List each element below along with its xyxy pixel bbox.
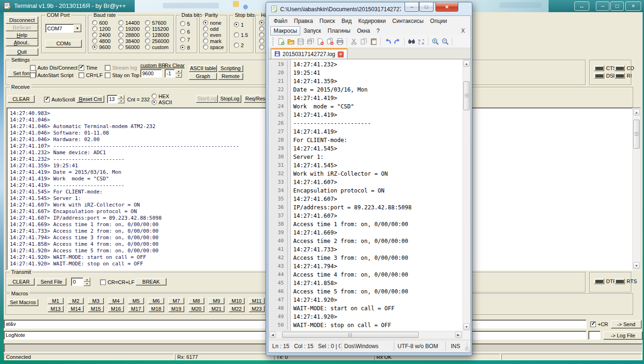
menu-settings[interactable]: Опции xyxy=(427,16,450,26)
receive-clear-button[interactable]: CLEAR xyxy=(7,95,35,103)
macro-button[interactable]: M14 xyxy=(68,306,84,312)
menu-close-doc-icon[interactable]: X xyxy=(461,28,465,34)
notepadpp-close-button[interactable]: × xyxy=(435,2,458,12)
counter-value[interactable]: 13 xyxy=(107,95,117,103)
macro-button[interactable]: M10 xyxy=(229,298,245,304)
macro-button[interactable]: M11 xyxy=(249,298,265,304)
macro-button[interactable]: M7 xyxy=(168,298,184,304)
ascii-radio[interactable]: ASCII xyxy=(152,100,172,105)
hex-radio[interactable]: HEX xyxy=(152,93,169,99)
terminal-minimize-button[interactable]: – xyxy=(596,1,609,11)
stop-bits-option[interactable]: 1 xyxy=(234,22,248,27)
break-button[interactable]: BREAK xyxy=(136,278,166,285)
logfile-small-input[interactable] xyxy=(588,331,601,340)
rx-clear-value[interactable]: -1 xyxy=(165,69,175,78)
tab-log-file[interactable]: 20150317142727.log × xyxy=(271,48,347,59)
baud-option[interactable]: 9600 xyxy=(92,44,110,50)
settings-checkbox[interactable]: CR=LF xyxy=(79,72,102,78)
save-icon[interactable] xyxy=(296,37,305,46)
com-port-select[interactable]: COM7 ▼ xyxy=(45,24,82,33)
editor-hscrollbar[interactable]: ◀ ▶ xyxy=(268,331,463,339)
macro-button[interactable]: M20 xyxy=(188,306,204,312)
menu-window[interactable]: Окна xyxy=(354,26,373,36)
custom-br-input[interactable]: 9600 xyxy=(140,69,162,78)
scroll-down-icon[interactable]: ▼ xyxy=(463,323,470,330)
chevron-down-icon[interactable]: ▼ xyxy=(73,24,81,32)
terminal-resize-button[interactable]: ↔ xyxy=(574,1,589,11)
baud-option[interactable]: 28800 xyxy=(118,32,140,37)
macro-button[interactable]: M1 xyxy=(48,298,64,304)
spin-up-icon[interactable]: ▲ xyxy=(175,69,182,73)
quit-button[interactable]: Quit xyxy=(6,48,38,56)
macro-button[interactable]: M8 xyxy=(188,298,204,304)
macro-button[interactable]: M6 xyxy=(148,298,164,304)
help-button[interactable]: Help xyxy=(6,31,38,39)
terminal-maximize-button[interactable]: □ xyxy=(610,1,624,11)
scrollbar-thumb[interactable] xyxy=(282,332,419,338)
parity-option[interactable]: none xyxy=(203,20,224,25)
scroll-right-icon[interactable]: ▶ xyxy=(455,332,462,338)
macro-button[interactable]: M15 xyxy=(88,306,104,312)
print-icon[interactable] xyxy=(335,37,344,46)
settings-checkbox[interactable]: Stream log xyxy=(105,65,139,70)
data-bits-option[interactable]: 8 xyxy=(180,45,190,50)
tab-close-icon[interactable]: × xyxy=(338,51,344,57)
notepadpp-minimize-button[interactable]: – xyxy=(405,2,419,12)
redo-icon[interactable] xyxy=(393,37,402,46)
menu-language[interactable]: Синтаксисы xyxy=(389,16,427,26)
macro-button[interactable]: M17 xyxy=(128,306,144,312)
parity-option[interactable]: odd xyxy=(203,26,224,31)
scroll-up-icon[interactable]: ▲ xyxy=(633,109,640,115)
terminal-close-button[interactable]: × xyxy=(625,1,641,11)
macro-button[interactable]: M19 xyxy=(168,306,184,312)
macro-button[interactable]: M3 xyxy=(88,298,104,304)
baud-option[interactable]: 600 xyxy=(92,20,110,25)
baud-option[interactable]: 256000 xyxy=(145,38,169,43)
spin-down-icon[interactable]: ▼ xyxy=(84,282,90,286)
menu-file[interactable]: Файл xyxy=(270,16,291,26)
find-icon[interactable] xyxy=(407,37,416,46)
macro-button[interactable]: M9 xyxy=(209,298,224,304)
macro-button[interactable]: M18 xyxy=(148,306,164,312)
macro-button[interactable]: M5 xyxy=(128,298,144,304)
rescan-button[interactable]: ReScan xyxy=(6,24,38,31)
scrollbar-thumb[interactable] xyxy=(633,120,640,149)
parity-option[interactable]: even xyxy=(203,32,224,37)
baud-option[interactable]: 4800 xyxy=(92,38,110,43)
editor[interactable]: 1914:27:41.232>2019:25:412114:27:41.359>… xyxy=(268,59,470,331)
baud-option[interactable]: 2400 xyxy=(92,32,110,37)
remote-button[interactable]: Remote xyxy=(218,73,243,80)
data-bits-option[interactable]: 7 xyxy=(180,37,190,42)
macro-button[interactable]: M2 xyxy=(68,298,84,304)
graph-button[interactable]: Graph xyxy=(189,73,217,80)
menu-run[interactable]: Запуск xyxy=(300,26,325,36)
baud-option[interactable]: 57600 xyxy=(145,20,169,25)
send-file-button[interactable]: Send File xyxy=(36,278,66,285)
data-bits-option[interactable]: 5 xyxy=(180,21,190,26)
scroll-down-icon[interactable]: ▼ xyxy=(633,262,640,269)
baud-option[interactable]: 1200 xyxy=(92,26,110,31)
reset-cnt-button[interactable]: Reset Cnt xyxy=(76,95,104,103)
send-button[interactable]: -> Send xyxy=(611,320,642,328)
plus-cr-checkbox[interactable]: +CR xyxy=(590,321,608,327)
menu-plugins[interactable]: Плагины xyxy=(325,26,354,36)
stoplog-button[interactable]: StopLog xyxy=(218,95,241,103)
baud-option[interactable]: 19200 xyxy=(118,26,140,31)
baud-option[interactable]: 56000 xyxy=(118,44,140,50)
data-bits-option[interactable]: 6 xyxy=(180,29,190,34)
stop-bits-option[interactable]: 1.5 xyxy=(234,32,248,37)
receive-scrollbar[interactable]: ▲ ▼ xyxy=(632,108,641,270)
menu-edit[interactable]: Правка xyxy=(291,16,317,26)
macro-button[interactable]: M4 xyxy=(108,298,124,304)
settings-checkbox[interactable]: Time xyxy=(79,65,102,70)
spin-down-icon[interactable]: ▼ xyxy=(118,99,124,103)
paste-icon[interactable] xyxy=(369,37,378,46)
spin-up-icon[interactable]: ▲ xyxy=(118,95,124,99)
baud-option[interactable]: 115200 xyxy=(145,26,169,31)
resize-grip[interactable] xyxy=(465,347,470,351)
menu-macro[interactable]: Макросы xyxy=(270,26,300,36)
log-file-button[interactable]: -> Log File xyxy=(603,331,643,340)
set-macros-button[interactable]: Set Macros xyxy=(7,299,38,306)
baud-option[interactable]: 38400 xyxy=(118,38,140,43)
macro-button[interactable]: M23 xyxy=(249,306,265,312)
